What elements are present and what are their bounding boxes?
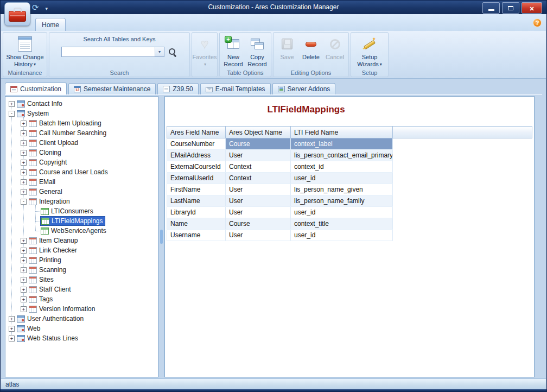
expand-toggle-icon[interactable]: + (21, 160, 27, 166)
tree-item-content[interactable]: EMail (28, 178, 57, 186)
table-cell[interactable]: lis_person_name_given (291, 184, 393, 195)
search-icon[interactable] (168, 47, 177, 57)
table-cell[interactable]: context_label (291, 138, 393, 150)
tree-item-content[interactable]: Web Status Lines (16, 334, 80, 343)
tree-item-content[interactable]: Tags (28, 295, 54, 304)
expand-toggle-icon[interactable]: + (21, 238, 27, 244)
favorites-button[interactable]: Favorites (193, 34, 217, 69)
expand-toggle-icon[interactable]: + (21, 189, 27, 195)
expand-toggle-icon[interactable]: + (21, 169, 27, 175)
expand-toggle-icon[interactable]: + (21, 179, 27, 185)
collapse-toggle-icon[interactable]: - (21, 199, 27, 205)
tree-item-content[interactable]: Link Checker (28, 246, 79, 255)
expand-toggle-icon[interactable]: + (21, 277, 27, 283)
table-cell[interactable]: User (226, 184, 291, 195)
column-header-ares-object-name[interactable]: Ares Object Name (226, 127, 291, 138)
expand-toggle-icon[interactable]: + (9, 101, 15, 107)
tree-item-printing[interactable]: +Printing (5, 255, 158, 265)
table-cell[interactable]: context_id (291, 161, 393, 173)
table-cell[interactable]: LastName (167, 195, 226, 207)
tree-item-webserviceagents[interactable]: WebServiceAgents (5, 226, 158, 236)
tree-item-link-checker[interactable]: +Link Checker (5, 245, 158, 255)
tree-item-content[interactable]: Copyright (28, 158, 68, 167)
table-cell[interactable]: context_title (291, 218, 393, 230)
tree-item-scanning[interactable]: +Scanning (5, 265, 158, 275)
tree-item-client-upload[interactable]: +Client Upload (5, 138, 158, 148)
table-cell[interactable]: lis_person_contact_email_primary (291, 150, 393, 161)
table-cell[interactable]: Username (167, 230, 226, 241)
tree-item-version-information[interactable]: +Version Information (5, 304, 158, 314)
table-cell[interactable]: Name (167, 218, 226, 230)
tree-item-staff-client[interactable]: +Staff Client (5, 284, 158, 294)
table-cell[interactable]: User (226, 230, 291, 241)
tree-item-system[interactable]: -System (5, 109, 158, 118)
table-cell[interactable]: user_id (291, 173, 393, 184)
panel-splitter[interactable] (158, 96, 164, 377)
table-cell[interactable]: Course (226, 218, 291, 230)
new-record-button[interactable]: New Record (221, 34, 245, 69)
table-cell[interactable]: Course (226, 138, 291, 150)
maximize-button[interactable] (502, 2, 519, 14)
table-cell[interactable]: Context (226, 173, 291, 184)
search-input[interactable] (62, 47, 155, 56)
tree-item-general[interactable]: +General (5, 187, 158, 197)
table-cell[interactable]: EMailAddress (167, 150, 226, 161)
expand-toggle-icon[interactable]: + (9, 316, 15, 322)
tree-item-content[interactable]: Printing (28, 256, 63, 264)
cancel-button[interactable]: Cancel (323, 34, 347, 62)
expand-toggle-icon[interactable]: + (21, 287, 27, 293)
table-cell[interactable]: FirstName (167, 184, 226, 195)
help-button[interactable] (533, 18, 542, 27)
setup-wizards-button[interactable]: Setup Wizards (353, 34, 386, 69)
application-menu-button[interactable] (4, 2, 30, 26)
tree-item-item-cleanup[interactable]: +Item Cleanup (5, 236, 158, 245)
table-cell[interactable]: LibraryId (167, 207, 226, 218)
tab-z3950[interactable]: Z39.50 (157, 83, 198, 94)
tree-item-content[interactable]: Call Number Searching (28, 129, 108, 137)
table-cell[interactable]: Context (226, 161, 291, 173)
table-cell[interactable]: ExternalCourseId (167, 161, 226, 173)
tree-item-call-number-searching[interactable]: +Call Number Searching (5, 128, 158, 138)
expand-toggle-icon[interactable]: + (21, 130, 27, 136)
tree-item-sites[interactable]: +Sites (5, 275, 158, 284)
collapse-toggle-icon[interactable]: - (9, 111, 15, 117)
tree-item-content[interactable]: Sites (28, 275, 55, 284)
tree-item-ltifieldmappings[interactable]: LTIFieldMappings (5, 216, 158, 226)
copy-record-button[interactable]: Copy Record (245, 34, 269, 69)
tree-item-content[interactable]: Staff Client (28, 285, 72, 294)
expand-toggle-icon[interactable]: + (21, 267, 27, 273)
table-cell[interactable]: User (226, 195, 291, 207)
expand-toggle-icon[interactable]: + (21, 306, 27, 312)
tab-server-addons[interactable]: Server Addons (272, 83, 336, 94)
tree-item-content[interactable]: Scanning (28, 265, 68, 274)
expand-toggle-icon[interactable]: + (21, 257, 27, 263)
combo-dropdown-icon[interactable] (155, 47, 164, 56)
title-bar[interactable]: ⟳ Customization - Ares Customization Man… (1, 1, 546, 14)
column-header-lti-field-name[interactable]: LTI Field Name (291, 127, 393, 138)
tree-item-content[interactable]: Batch Item Uploading (28, 119, 103, 128)
tree-item-course-and-user-loads[interactable]: +Course and User Loads (5, 167, 158, 177)
delete-button[interactable]: Delete (299, 34, 323, 62)
expand-toggle-icon[interactable]: + (21, 150, 27, 156)
tree-item-user-authentication[interactable]: +User Authentication (5, 314, 158, 324)
tree-item-content[interactable]: Client Upload (28, 138, 80, 147)
tree-item-content[interactable]: LTIConsumers (40, 207, 95, 216)
tree-item-tags[interactable]: +Tags (5, 294, 158, 304)
tab-email-templates[interactable]: E-mail Templates (200, 83, 271, 94)
tab-customization[interactable]: Customization (5, 83, 67, 94)
tree-item-content[interactable]: User Authentication (16, 314, 85, 323)
tree-item-web-status-lines[interactable]: +Web Status Lines (5, 333, 158, 343)
table-cell[interactable]: User (226, 150, 291, 161)
quick-access-dropdown-icon[interactable] (46, 3, 48, 12)
tree-item-content[interactable]: Version Information (28, 305, 97, 313)
expand-toggle-icon[interactable]: + (21, 140, 27, 146)
save-button[interactable]: Save (275, 34, 299, 62)
tab-semester-maintenance[interactable]: 12 Semester Maintenance (68, 83, 156, 94)
expand-toggle-icon[interactable]: + (21, 296, 27, 302)
close-button[interactable] (521, 2, 542, 14)
minimize-button[interactable] (482, 2, 500, 14)
table-cell[interactable]: user_id (291, 230, 393, 241)
expand-toggle-icon[interactable]: + (9, 336, 15, 342)
tree-item-content[interactable]: General (28, 187, 64, 196)
expand-toggle-icon[interactable]: + (21, 121, 27, 127)
